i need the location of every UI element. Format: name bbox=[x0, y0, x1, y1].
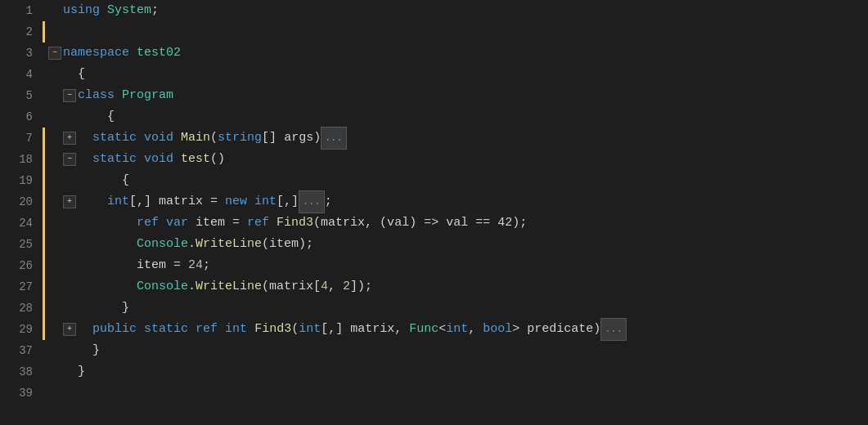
fold-class-btn[interactable]: − bbox=[63, 89, 76, 102]
code-line-25: Console.WriteLine(item); bbox=[43, 234, 868, 255]
line-num-24: 24 bbox=[0, 212, 43, 234]
fold-namespace-btn[interactable]: − bbox=[48, 47, 61, 60]
line-num-39: 39 bbox=[0, 382, 43, 404]
line-num-27: 27 bbox=[0, 276, 43, 298]
line-num-38: 38 bbox=[0, 361, 43, 382]
code-line-24: ref var item = ref Find3(matrix, (val) =… bbox=[43, 212, 868, 234]
code-lines: using System; − namespace test02 bbox=[43, 0, 868, 425]
line-num-2: 2 bbox=[0, 21, 43, 42]
code-line-19: { bbox=[43, 170, 868, 191]
fold-test-btn[interactable]: − bbox=[63, 153, 76, 166]
code-line-1: using System; bbox=[43, 0, 868, 21]
line-num-28: 28 bbox=[0, 298, 43, 319]
code-line-5: − class Program bbox=[43, 85, 868, 106]
line-num-4: 4 bbox=[0, 64, 43, 85]
line-num-5: 5 bbox=[0, 85, 43, 106]
code-area: 1 2 3 4 5 6 7 18 19 20 24 25 26 27 28 29… bbox=[0, 0, 868, 425]
line-num-7: 7 bbox=[0, 128, 43, 149]
code-line-7: + static void Main(string[] args)... bbox=[43, 128, 868, 149]
line-num-6: 6 bbox=[0, 106, 43, 128]
line-num-26: 26 bbox=[0, 255, 43, 276]
line-num-29: 29 bbox=[0, 319, 43, 340]
line-num-3: 3 bbox=[0, 42, 43, 64]
code-line-28: } bbox=[43, 298, 868, 319]
collapsed-matrix: ... bbox=[299, 190, 325, 213]
code-line-39 bbox=[43, 382, 868, 404]
code-line-18: − static void test() bbox=[43, 149, 868, 170]
code-line-4: { bbox=[43, 64, 868, 85]
collapsed-main: ... bbox=[321, 127, 347, 150]
line-num-19: 19 bbox=[0, 170, 43, 191]
code-editor: 1 2 3 4 5 6 7 18 19 20 24 25 26 27 28 29… bbox=[0, 0, 868, 425]
code-line-29: + public static ref int Find3(int[,] mat… bbox=[43, 319, 868, 340]
line-numbers: 1 2 3 4 5 6 7 18 19 20 24 25 26 27 28 29… bbox=[0, 0, 43, 425]
code-line-37: } bbox=[43, 340, 868, 361]
fold-main-btn[interactable]: + bbox=[63, 132, 76, 145]
code-line-6: { bbox=[43, 106, 868, 128]
code-line-20: + int[,] matrix = new int[,]...; bbox=[43, 191, 868, 212]
code-line-27: Console.WriteLine(matrix[4, 2]); bbox=[43, 276, 868, 298]
code-line-2 bbox=[43, 21, 868, 42]
line-num-1: 1 bbox=[0, 0, 43, 21]
fold-find3-btn[interactable]: + bbox=[63, 323, 76, 336]
line-num-37: 37 bbox=[0, 340, 43, 361]
line-num-25: 25 bbox=[0, 234, 43, 255]
code-line-3: − namespace test02 bbox=[43, 42, 868, 64]
line-num-20: 20 bbox=[0, 191, 43, 212]
fold-matrix-btn[interactable]: + bbox=[63, 195, 76, 208]
collapsed-find3: ... bbox=[600, 318, 627, 341]
line-num-18: 18 bbox=[0, 149, 43, 170]
code-line-38: } bbox=[43, 361, 868, 382]
code-line-26: item = 24; bbox=[43, 255, 868, 276]
